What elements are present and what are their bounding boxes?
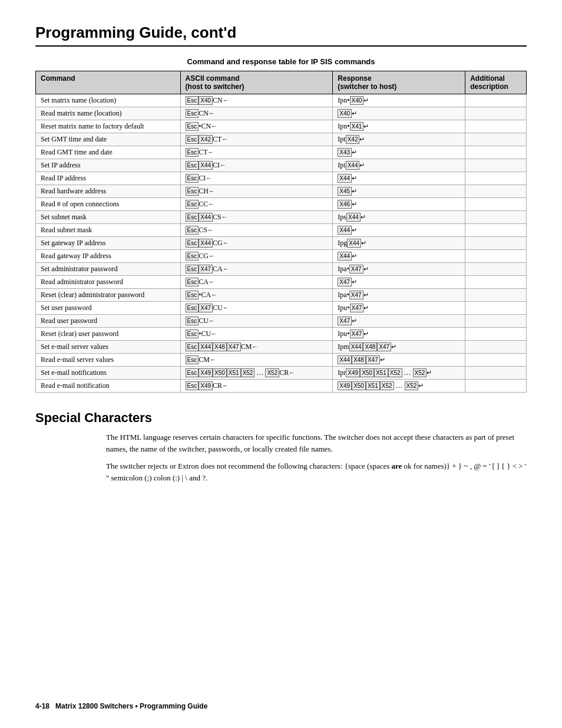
- kbd-token: X49: [338, 381, 352, 390]
- text-token: Ipr: [338, 368, 346, 377]
- desc-cell: [465, 94, 527, 107]
- ascii-cell: EscX44X48X47CM←: [180, 341, 333, 354]
- text-token: Ipu: [338, 304, 347, 312]
- cmd-cell: Reset (clear) administrator password: [36, 289, 181, 302]
- desc-cell: [465, 120, 527, 133]
- arrow-token: ↵: [380, 356, 385, 363]
- text-token: CR: [279, 368, 289, 377]
- kbd-token: X51: [374, 368, 388, 377]
- desc-cell: [465, 237, 527, 250]
- desc-cell: [465, 276, 527, 289]
- response-cell: IpmX44X48X47↵: [333, 341, 465, 354]
- ascii-cell: EscCH←: [180, 185, 333, 198]
- desc-cell: [465, 198, 527, 211]
- kbd-token: Esc: [186, 291, 199, 299]
- arrow-token: ←: [211, 291, 217, 298]
- ascii-cell: EscX47CA←: [180, 263, 333, 276]
- kbd-token: X44: [199, 161, 213, 170]
- cmd-cell: Read IP address: [36, 172, 181, 185]
- ascii-cell: EscX42CT←: [180, 133, 333, 146]
- arrow-token: ←: [211, 123, 217, 130]
- kbd-token: X47: [350, 330, 364, 338]
- ascii-cell: EscCA←: [180, 276, 333, 289]
- text-token: CC: [199, 200, 208, 208]
- table-row: Set IP addressEscX44CI←IpiX44↵: [36, 159, 527, 172]
- kbd-token: X52: [405, 381, 419, 390]
- arrow-token: ↵: [352, 187, 357, 195]
- text-token: CS: [213, 213, 222, 221]
- kbd-token: X40: [338, 109, 352, 118]
- arrow-token: ←: [223, 265, 229, 272]
- arrow-token: ↵: [363, 291, 369, 298]
- kbd-token: X47: [338, 278, 352, 286]
- kbd-token: X44: [338, 226, 352, 235]
- kbd-token: X47: [199, 304, 213, 312]
- ascii-cell: EscCS←: [180, 224, 333, 237]
- text-token: CU: [199, 317, 209, 325]
- kbd-token: X42: [346, 135, 360, 144]
- text-token: CG: [213, 239, 223, 247]
- text-token: CA: [201, 291, 211, 299]
- table-row: Reset matrix name to factory defaultEsc•…: [36, 120, 527, 133]
- cmd-cell: Set administrator password: [36, 263, 181, 276]
- arrow-token: ←: [209, 110, 215, 117]
- arrow-token: ←: [223, 304, 229, 311]
- kbd-token: X48: [213, 342, 227, 351]
- cmd-cell: Read # of open connections: [36, 198, 181, 211]
- ascii-cell: EscCT←: [180, 146, 333, 159]
- col-response: Response(switcher to host): [333, 71, 465, 94]
- kbd-token: X52: [265, 368, 279, 377]
- desc-cell: [465, 224, 527, 237]
- desc-cell: [465, 315, 527, 328]
- kbd-token: Esc: [186, 226, 199, 235]
- cmd-cell: Read gateway IP address: [36, 250, 181, 263]
- desc-cell: [465, 146, 527, 159]
- cmd-cell: Set gateway IP address: [36, 237, 181, 250]
- table-row: Read gateway IP addressEscCG←X44↵: [36, 250, 527, 263]
- kbd-token: X52: [380, 381, 394, 390]
- kbd-token: X44: [347, 239, 361, 248]
- text-token: CN: [213, 96, 223, 104]
- arrow-token: ←: [208, 149, 214, 156]
- cmd-cell: Read user password: [36, 315, 181, 328]
- table-row: Read hardware addressEscCH←X45↵: [36, 185, 527, 198]
- kbd-token: Esc: [186, 265, 199, 274]
- arrow-token: ↵: [363, 265, 369, 272]
- text-token: …: [254, 368, 265, 377]
- kbd-token: Esc: [186, 200, 199, 209]
- response-cell: X44↵: [333, 250, 465, 263]
- kbd-token: Esc: [186, 252, 199, 261]
- desc-cell: [465, 133, 527, 146]
- kbd-token: X41: [350, 122, 364, 131]
- ascii-cell: EscX44CS←: [180, 211, 333, 224]
- ascii-cell: EscCG←: [180, 250, 333, 263]
- text-token: Ipg: [338, 239, 347, 247]
- response-cell: IpgX44↵: [333, 237, 465, 250]
- arrow-token: ↵: [359, 136, 365, 143]
- page-title: Programming Guide, cont'd: [35, 24, 527, 47]
- cmd-cell: Set e-mail notifications: [36, 367, 181, 380]
- kbd-token: Esc: [186, 342, 199, 351]
- response-cell: Ipu•X47↵: [333, 302, 465, 315]
- arrow-token: ↵: [418, 382, 424, 389]
- section-heading: Command and response table for IP SIS co…: [35, 57, 527, 66]
- kbd-token: X49: [199, 381, 213, 390]
- text-token: CR: [213, 381, 222, 390]
- response-cell: Ipa•X47↵: [333, 289, 465, 302]
- desc-cell: [465, 328, 527, 341]
- arrow-token: ↵: [352, 110, 357, 117]
- cmd-cell: Read administrator password: [36, 276, 181, 289]
- response-cell: X44↵: [333, 224, 465, 237]
- response-cell: IprX49X50X51X52 … X52↵: [333, 367, 465, 380]
- ascii-cell: EscX44CG←: [180, 237, 333, 250]
- cmd-cell: Read matrix name (location): [36, 107, 181, 120]
- kbd-token: X47: [227, 342, 241, 351]
- cmd-cell: Reset matrix name to factory default: [36, 120, 181, 133]
- arrow-token: ↵: [352, 200, 357, 207]
- text-token: CA: [199, 278, 209, 286]
- kbd-token: X44: [349, 342, 363, 351]
- kbd-token: X48: [352, 355, 366, 364]
- arrow-token: ←: [209, 252, 215, 259]
- table-row: Read administrator passwordEscCA←X47↵: [36, 276, 527, 289]
- arrow-token: ↵: [363, 330, 369, 337]
